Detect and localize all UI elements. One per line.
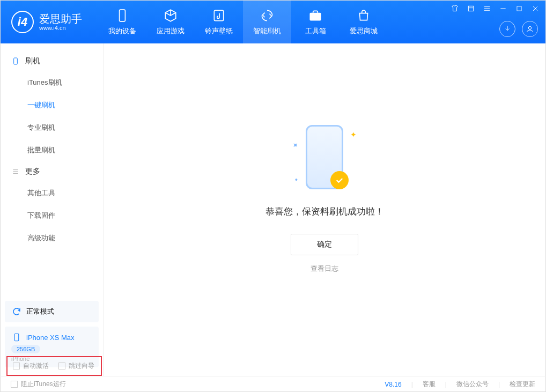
app-url: www.i4.cn (39, 25, 82, 31)
support-link[interactable]: 客服 (423, 380, 436, 389)
sidebar-item-advanced[interactable]: 高级功能 (1, 227, 103, 249)
logo-area: i4 爱思助手 www.i4.cn (1, 11, 93, 33)
check-update-link[interactable]: 检查更新 (510, 380, 535, 389)
more-icon (11, 167, 20, 176)
highlighted-options: 自动激活 跳过向导 (6, 356, 102, 376)
download-icon[interactable] (499, 21, 515, 37)
cube-icon (163, 8, 178, 23)
tab-store[interactable]: 爱思商城 (340, 1, 388, 43)
main-content: ✦ ✦ • 恭喜您，保资料刷机成功啦！ 确定 查看日志 (104, 43, 545, 376)
logo-text: 爱思助手 www.i4.cn (39, 13, 82, 31)
checkbox-icon (13, 363, 20, 369)
svg-rect-2 (310, 13, 321, 20)
sidebar-item-batch-flash[interactable]: 批量刷机 (1, 139, 103, 161)
checkbox-skip-guide[interactable]: 跳过向导 (58, 361, 94, 371)
checkbox-auto-activate[interactable]: 自动激活 (13, 361, 49, 371)
svg-rect-1 (214, 10, 223, 21)
device-capacity: 256GB (11, 345, 40, 353)
separator: | (411, 381, 413, 388)
svg-rect-0 (120, 10, 126, 21)
tab-label: 爱思商城 (350, 26, 378, 36)
tab-label: 应用游戏 (157, 26, 185, 36)
checkbox-icon (11, 381, 18, 388)
spark-icon: ✦ (290, 140, 301, 151)
sidebar-section-flash: 刷机 (1, 51, 103, 71)
checkbox-icon (58, 363, 65, 369)
footer-right: V8.16 | 客服 | 微信公众号 | 检查更新 (385, 380, 535, 389)
minimize-icon[interactable] (498, 4, 508, 13)
refresh-icon (260, 8, 275, 23)
spark-icon: • (295, 175, 298, 184)
sidebar-item-itunes-flash[interactable]: iTunes刷机 (1, 71, 103, 94)
app-name: 爱思助手 (39, 13, 82, 25)
checkbox-block-itunes[interactable]: 阻止iTunes运行 (11, 380, 66, 389)
mode-text: 正常模式 (26, 307, 54, 316)
success-illustration: ✦ ✦ • (295, 125, 354, 195)
tab-ringtones[interactable]: 铃声壁纸 (195, 1, 243, 43)
wechat-link[interactable]: 微信公众号 (456, 380, 489, 389)
sidebar-item-oneclick-flash[interactable]: 一键刷机 (1, 94, 103, 116)
toolbox-icon (308, 8, 323, 23)
app-logo-icon: i4 (11, 11, 34, 33)
phone-outline-icon (11, 57, 20, 65)
svg-rect-3 (468, 6, 473, 11)
tab-label: 智能刷机 (253, 26, 281, 36)
close-icon[interactable] (530, 4, 540, 13)
section-title: 刷机 (25, 56, 40, 66)
sidebar-item-download-firmware[interactable]: 下载固件 (1, 204, 103, 227)
checkbox-label: 跳过向导 (69, 361, 94, 371)
app-header: i4 爱思助手 www.i4.cn 我的设备 应用游戏 铃声壁纸 智能刷机 工具… (1, 1, 545, 43)
view-log-link[interactable]: 查看日志 (311, 264, 338, 273)
music-icon (211, 8, 226, 23)
tshirt-icon[interactable] (450, 4, 460, 13)
tab-label: 工具箱 (305, 26, 326, 36)
tab-my-device[interactable]: 我的设备 (98, 1, 146, 43)
tab-label: 我的设备 (108, 26, 136, 36)
user-icon[interactable] (522, 21, 538, 37)
svg-rect-9 (517, 6, 521, 11)
success-message: 恭喜您，保资料刷机成功啦！ (265, 205, 384, 218)
ok-button[interactable]: 确定 (291, 234, 358, 255)
device-name: iPhone XS Max (26, 334, 75, 342)
separator: | (498, 381, 500, 388)
sync-icon (11, 306, 22, 317)
checkbox-label: 自动激活 (23, 361, 49, 371)
device-icon (115, 8, 130, 23)
checkbox-label: 阻止iTunes运行 (21, 380, 66, 389)
window-controls-top (450, 4, 540, 13)
version-label: V8.16 (385, 381, 401, 388)
svg-rect-13 (14, 58, 18, 64)
bag-icon (356, 8, 371, 23)
svg-point-12 (528, 26, 531, 29)
status-bar: 阻止iTunes运行 V8.16 | 客服 | 微信公众号 | 检查更新 (0, 376, 546, 392)
tab-flash[interactable]: 智能刷机 (243, 1, 291, 43)
separator: | (445, 381, 447, 388)
body-area: 刷机 iTunes刷机 一键刷机 专业刷机 批量刷机 更多 其他工具 下载固件 … (1, 43, 545, 376)
check-badge-icon (330, 171, 349, 189)
sidebar-section-more: 更多 (1, 161, 103, 182)
spark-icon: ✦ (350, 130, 357, 139)
sidebar-item-pro-flash[interactable]: 专业刷机 (1, 116, 103, 139)
list-icon[interactable] (482, 4, 492, 13)
tab-apps[interactable]: 应用游戏 (146, 1, 195, 43)
sidebar: 刷机 iTunes刷机 一键刷机 专业刷机 批量刷机 更多 其他工具 下载固件 … (1, 43, 104, 376)
svg-rect-17 (14, 334, 19, 341)
tab-toolbox[interactable]: 工具箱 (291, 1, 340, 43)
tab-label: 铃声壁纸 (205, 26, 233, 36)
maximize-icon[interactable] (514, 4, 524, 13)
section-title: 更多 (25, 167, 40, 176)
header-actions (499, 21, 538, 37)
device-phone-icon (11, 332, 22, 343)
menu-icon[interactable] (466, 4, 476, 13)
mode-card[interactable]: 正常模式 (5, 301, 99, 322)
main-tabs: 我的设备 应用游戏 铃声壁纸 智能刷机 工具箱 爱思商城 (98, 1, 388, 43)
sidebar-item-other-tools[interactable]: 其他工具 (1, 182, 103, 204)
